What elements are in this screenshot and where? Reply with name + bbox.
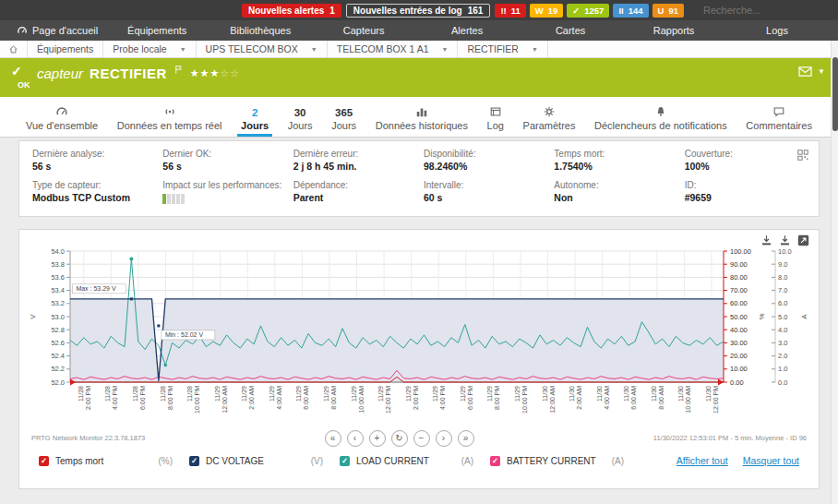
legend-item-dc-voltage: ✓DC VOLTAGE(V) bbox=[189, 456, 340, 466]
svg-text:2.0: 2.0 bbox=[778, 352, 787, 360]
tab-vue-d-ensemble[interactable]: Vue d'ensemble bbox=[20, 102, 103, 137]
new-log-entries-count: 161 bbox=[468, 6, 484, 16]
legend-checkbox-battery-current[interactable]: ✓ bbox=[490, 456, 500, 466]
notify-menu-button[interactable]: ▼ bbox=[798, 66, 825, 78]
chart-nav-last-button[interactable]: » bbox=[458, 430, 474, 447]
menu-item-equipements[interactable]: Équipements bbox=[105, 25, 209, 36]
svg-text:8:00 AM: 8:00 AM bbox=[658, 386, 664, 410]
timeseries-chart: 54.053.853.653.453.253.052.852.652.452.2… bbox=[26, 246, 812, 430]
svg-text:11/28: 11/28 bbox=[132, 386, 138, 402]
tab-donnees-historiques[interactable]: Données historiques bbox=[370, 102, 473, 137]
home-icon bbox=[8, 44, 18, 54]
status-badge-ok[interactable]: ✓1257 bbox=[567, 4, 609, 18]
tab-365-jours[interactable]: 365Jours bbox=[326, 103, 362, 137]
svg-text:11/30: 11/30 bbox=[677, 386, 684, 402]
status-badge-ii[interactable]: II144 bbox=[613, 4, 648, 18]
chart-nav-prev-button[interactable]: ‹ bbox=[347, 430, 364, 447]
chart-pager: «‹+↻−›» bbox=[325, 430, 474, 447]
menu-item-rapports[interactable]: Rapports bbox=[622, 25, 725, 36]
chevron-down-icon: ▼ bbox=[818, 67, 825, 76]
new-alerts-badge[interactable]: Nouvelles alertes 1 bbox=[242, 4, 341, 18]
svg-text:90.00: 90.00 bbox=[730, 260, 748, 269]
svg-text:12:00 PM: 12:00 PM bbox=[712, 386, 719, 414]
new-log-entries-badge[interactable]: Nouvelles entrées de log 161 bbox=[346, 4, 491, 18]
chart-footer: PRTG Network Monitor 22.3.78.1873 «‹+↻−›… bbox=[26, 430, 812, 447]
badge-count: 11 bbox=[511, 6, 521, 16]
legend-checkbox-temps-mort[interactable]: ✓ bbox=[39, 456, 49, 466]
menu-item-logs[interactable]: Logs bbox=[725, 25, 829, 36]
info-cell-type-de-capteur: Type de capteur:Modbus TCP Custom bbox=[32, 180, 153, 211]
priority-stars[interactable]: ★★★☆☆ bbox=[190, 67, 240, 79]
scrollbar-thumb[interactable] bbox=[832, 57, 838, 131]
svg-text:4:00 PM: 4:00 PM bbox=[439, 386, 446, 410]
svg-text:11/29: 11/29 bbox=[241, 386, 247, 402]
status-badge-w[interactable]: W19 bbox=[530, 4, 564, 18]
svg-text:53.2: 53.2 bbox=[51, 299, 65, 307]
legend-checkbox-dc-voltage[interactable]: ✓ bbox=[189, 456, 199, 466]
svg-text:5.0: 5.0 bbox=[778, 313, 787, 321]
search-input[interactable] bbox=[701, 4, 836, 17]
new-alerts-label: Nouvelles alertes bbox=[248, 6, 324, 16]
chart-nav-reset-button[interactable]: ↻ bbox=[391, 430, 408, 447]
info-cell-autonome: Autonome:Non bbox=[554, 180, 675, 211]
breadcrumb-item-telecom-box-1-a1[interactable]: TELECOM BOX 1 A1▼ bbox=[328, 41, 459, 57]
show-all-link[interactable]: Afficher tout bbox=[676, 455, 728, 466]
qr-code-icon[interactable] bbox=[796, 149, 809, 162]
menu-item-capteurs[interactable]: Capteurs bbox=[312, 25, 415, 36]
chart-legend: ✓Temps mort(%)✓DC VOLTAGE(V)✓LOAD CURREN… bbox=[26, 455, 812, 466]
menu-item-alertes[interactable]: Alertes bbox=[415, 25, 519, 36]
legend-item-temps-mort: ✓Temps mort(%) bbox=[39, 456, 189, 466]
menu-item-page-d-accueil[interactable]: Page d'accueil bbox=[9, 25, 105, 36]
chart-nav-zoom-in-button[interactable]: + bbox=[369, 430, 386, 447]
tab-log[interactable]: Log bbox=[482, 102, 509, 137]
legend-checkbox-load-current[interactable]: ✓ bbox=[340, 456, 350, 466]
tab-declencheurs-de-notifications[interactable]: Déclencheurs de notifications bbox=[589, 102, 733, 137]
svg-text:4:00 PM: 4:00 PM bbox=[112, 386, 118, 410]
main-menu: Page d'accueilÉquipementsBibliothèquesCa… bbox=[0, 20, 838, 41]
status-badge-error[interactable]: !!11 bbox=[495, 4, 525, 18]
live-icon bbox=[163, 105, 176, 118]
chart-nav-first-button[interactable]: « bbox=[325, 430, 341, 447]
tab-commentaires[interactable]: Commentaires bbox=[740, 102, 818, 137]
svg-text:52.6: 52.6 bbox=[51, 339, 65, 347]
svg-text:2:00 AM: 2:00 AM bbox=[248, 386, 255, 410]
svg-text:2:00 AM: 2:00 AM bbox=[576, 386, 582, 410]
svg-text:11/29: 11/29 bbox=[432, 386, 438, 402]
svg-text:11/29: 11/29 bbox=[377, 386, 384, 402]
vertical-scrollbar[interactable] bbox=[831, 41, 838, 504]
tab-parametres[interactable]: Paramètres bbox=[518, 102, 581, 137]
download-png-icon[interactable] bbox=[760, 234, 772, 246]
sensor-header: ✓ OK capteur RECTIFIER ★★★☆☆ ▼ bbox=[0, 58, 838, 97]
badge-glyph: !! bbox=[500, 6, 506, 16]
tab-donnees-en-temps-reel[interactable]: Données en temps réel bbox=[112, 102, 228, 137]
menu-item-cartes[interactable]: Cartes bbox=[519, 25, 622, 36]
badge-count: 1257 bbox=[584, 6, 604, 16]
tab-2-jours[interactable]: 2Jours bbox=[235, 103, 274, 137]
svg-text:52.8: 52.8 bbox=[51, 326, 65, 334]
gear-icon bbox=[543, 105, 556, 118]
download-csv-icon[interactable] bbox=[779, 234, 791, 246]
breadcrumb-item-rectifier[interactable]: RECTIFIER▼ bbox=[458, 41, 547, 57]
breadcrumb-item-ups-telecom-box[interactable]: UPS TELECOM BOX▼ bbox=[197, 41, 328, 57]
tab-30-jours[interactable]: 30Jours bbox=[282, 103, 318, 137]
breadcrumb-item-probe-locale[interactable]: Probe locale▼ bbox=[103, 41, 196, 57]
svg-text:7.0: 7.0 bbox=[778, 286, 787, 294]
status-badge-u[interactable]: U91 bbox=[652, 4, 684, 18]
svg-text:11/30: 11/30 bbox=[596, 386, 603, 402]
chart-nav-next-button[interactable]: › bbox=[436, 430, 452, 447]
svg-text:53.8: 53.8 bbox=[51, 260, 65, 269]
breadcrumb-item-equipements[interactable]: Équipements bbox=[28, 41, 103, 57]
flag-icon[interactable] bbox=[174, 65, 184, 75]
fullscreen-icon[interactable] bbox=[797, 234, 809, 246]
svg-text:0.00: 0.00 bbox=[730, 378, 744, 387]
info-cell-impact-sur-les-performances: Impact sur les performances: bbox=[162, 180, 283, 211]
hide-all-link[interactable]: Masquer tout bbox=[743, 455, 799, 466]
breadcrumb-home[interactable] bbox=[0, 41, 28, 57]
svg-text:4:00 AM: 4:00 AM bbox=[604, 386, 610, 410]
chart-nav-zoom-out-button[interactable]: − bbox=[413, 430, 430, 447]
chevron-down-icon: ▼ bbox=[180, 46, 186, 53]
svg-text:9.0: 9.0 bbox=[778, 260, 787, 269]
chevron-down-icon: ▼ bbox=[442, 46, 449, 53]
svg-text:11/29: 11/29 bbox=[486, 386, 493, 402]
menu-item-bibliotheques[interactable]: Bibliothèques bbox=[209, 25, 312, 36]
